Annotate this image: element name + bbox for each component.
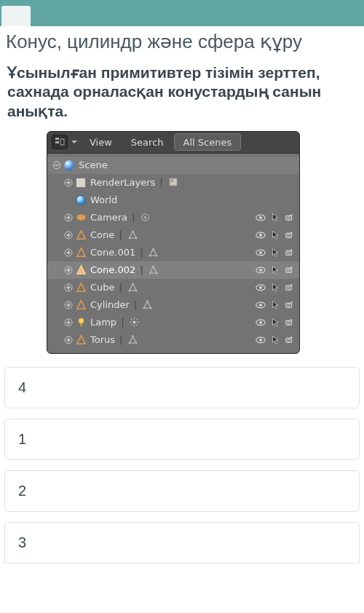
render-icon[interactable]	[285, 213, 295, 223]
svg-rect-59	[290, 301, 293, 303]
expand-icon[interactable]	[63, 213, 74, 223]
svg-point-52	[146, 301, 148, 302]
svg-point-65	[259, 321, 262, 324]
eye-icon[interactable]	[256, 248, 266, 258]
outliner-row[interactable]: Cone.001|	[47, 244, 299, 261]
cursor-icon[interactable]	[270, 265, 280, 275]
render-icon[interactable]	[285, 265, 295, 275]
question-text: Ұсынылған примитивтер тізімін зерттеп, с…	[0, 63, 364, 131]
expand-icon[interactable]	[63, 178, 74, 188]
svg-point-27	[149, 255, 151, 256]
cursor-icon[interactable]	[270, 213, 280, 223]
render-icon[interactable]	[285, 248, 295, 258]
answer-option[interactable]: 4	[4, 367, 360, 408]
outliner-row[interactable]: World	[47, 191, 299, 209]
cameradata-icon	[140, 212, 151, 224]
svg-rect-5	[169, 178, 176, 186]
cursor-icon[interactable]	[270, 230, 280, 240]
header-search-button[interactable]: Search	[122, 133, 173, 151]
svg-point-34	[153, 266, 154, 267]
svg-point-36	[149, 272, 151, 274]
blender-outliner: View Search All Scenes Scene RenderLayer…	[47, 131, 300, 354]
eye-icon[interactable]	[256, 317, 266, 328]
visibility-controls	[256, 248, 295, 258]
svg-point-31	[288, 251, 290, 254]
expand-icon[interactable]	[63, 282, 74, 293]
meshdata-icon	[127, 282, 138, 293]
outliner-row[interactable]: Lamp|	[47, 314, 299, 331]
outliner-dropdown-icon[interactable]	[69, 135, 79, 149]
divider: |	[140, 264, 143, 275]
expand-icon[interactable]	[63, 335, 74, 345]
eye-icon[interactable]	[256, 265, 266, 275]
mesh-icon	[75, 334, 87, 346]
svg-point-58	[288, 304, 290, 306]
item-label: Cone.001	[90, 247, 135, 258]
expand-icon[interactable]	[63, 248, 74, 258]
mesh-icon	[75, 299, 87, 311]
expand-icon[interactable]	[63, 300, 74, 310]
outliner-row[interactable]: Cube|	[47, 279, 299, 296]
layersdata-icon	[167, 177, 179, 189]
render-icon[interactable]	[285, 300, 295, 310]
svg-rect-23	[290, 232, 293, 233]
eye-icon[interactable]	[256, 335, 266, 345]
answer-option[interactable]: 1	[4, 419, 360, 460]
header-scenes-button[interactable]: All Scenes	[174, 133, 242, 151]
scene-icon	[63, 159, 75, 171]
outliner-row[interactable]: Torus|	[47, 331, 299, 349]
page-title: Конус, цилиндр және сфера құру	[0, 26, 364, 63]
outliner-row[interactable]: RenderLayers|	[47, 174, 299, 191]
scene-label: Scene	[79, 159, 108, 170]
render-icon[interactable]	[285, 317, 295, 328]
svg-point-67	[288, 321, 290, 324]
lamp-icon	[75, 317, 87, 328]
outliner-row[interactable]: Camera|	[47, 209, 299, 226]
header-view-button[interactable]: View	[81, 133, 121, 151]
divider: |	[121, 317, 124, 328]
expand-icon[interactable]	[63, 265, 74, 275]
lampdata-icon	[129, 317, 141, 328]
svg-point-26	[156, 255, 157, 256]
eye-icon[interactable]	[256, 300, 266, 310]
eye-icon[interactable]	[256, 230, 266, 240]
cursor-icon[interactable]	[270, 300, 280, 310]
divider: |	[119, 282, 123, 293]
expand-icon[interactable]	[63, 317, 74, 328]
svg-point-11	[259, 216, 262, 219]
collapse-icon[interactable]	[52, 160, 62, 170]
svg-rect-1	[55, 141, 59, 143]
divider: |	[132, 212, 135, 223]
outliner-type-icon[interactable]	[52, 135, 68, 149]
cursor-icon[interactable]	[270, 282, 280, 293]
item-label: World	[90, 194, 117, 205]
camera-icon	[75, 212, 87, 224]
outliner-scene-row[interactable]: Scene	[47, 157, 299, 174]
svg-point-53	[150, 307, 151, 309]
answer-option[interactable]: 2	[4, 470, 360, 512]
cursor-icon[interactable]	[270, 335, 280, 345]
outliner-row[interactable]: Cone|	[47, 226, 299, 244]
svg-point-47	[259, 286, 262, 289]
svg-rect-62	[80, 324, 82, 327]
expand-icon[interactable]	[63, 230, 74, 240]
mesh-icon	[75, 247, 87, 258]
eye-icon[interactable]	[256, 282, 266, 293]
render-icon[interactable]	[285, 335, 295, 345]
visibility-controls	[256, 317, 295, 328]
svg-point-74	[259, 339, 262, 341]
cursor-icon[interactable]	[270, 317, 280, 328]
svg-point-54	[143, 307, 145, 309]
svg-point-9	[144, 216, 147, 219]
render-icon[interactable]	[285, 282, 295, 293]
svg-point-40	[288, 269, 290, 272]
svg-point-71	[135, 342, 137, 344]
render-icon[interactable]	[285, 230, 295, 240]
outliner-row[interactable]: Cone.002|	[47, 261, 299, 279]
eye-icon[interactable]	[256, 213, 266, 223]
outliner-row[interactable]: Cylinder|	[47, 296, 299, 314]
cursor-icon[interactable]	[270, 248, 280, 258]
svg-point-18	[128, 237, 130, 239]
answer-option[interactable]: 3	[4, 522, 360, 563]
svg-rect-2	[60, 139, 64, 145]
